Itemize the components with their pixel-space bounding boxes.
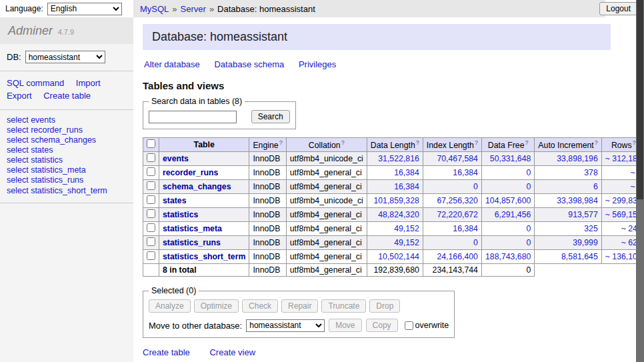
move-label: Move to other database: [149,321,242,331]
sidebar-table-link[interactable]: select statistics_runs [7,175,127,185]
data-length-link[interactable]: 48,824,320 [378,210,419,219]
optimize-button[interactable]: Optimize [194,299,239,313]
privileges-link[interactable]: Privileges [299,59,336,69]
auto-increment-link[interactable]: 378 [584,168,598,177]
drop-button[interactable]: Drop [369,299,400,313]
data-length-link[interactable]: 16,384 [394,168,419,177]
data-free-link[interactable]: 50,331,648 [490,154,531,163]
data-length-link[interactable]: 16,384 [394,182,419,191]
data-free-link[interactable]: 104,857,600 [485,196,531,205]
table-name-link[interactable]: schema_changes [163,182,231,191]
check-button[interactable]: Check [242,299,278,313]
search-input[interactable] [149,111,237,123]
db-select[interactable]: homeassistant [25,51,105,63]
sidebar-table-link[interactable]: select statistics_meta [7,165,127,175]
copy-button[interactable]: Copy [366,319,398,332]
table-name-cell: statistics_meta [159,222,249,236]
sidebar-table-link[interactable]: select schema_changes [7,135,127,145]
data-length-link[interactable]: 101,859,328 [373,196,419,205]
row-select-checkbox[interactable] [147,153,155,162]
export-link[interactable]: Export [7,91,32,101]
index-length-link[interactable]: 16,384 [453,168,478,177]
col-header-index-length[interactable]: Index Length? [423,138,481,152]
sidebar-table-link[interactable]: select statistics [7,155,127,165]
index-length-link[interactable]: 70,467,584 [437,154,478,163]
table-name-link[interactable]: statistics_short_term [163,252,245,261]
table-name-link[interactable]: recorder_runs [163,168,218,177]
move-db-select[interactable]: homeassistant [246,319,325,332]
sidebar-table-link[interactable]: select recorder_runs [7,125,127,135]
data-length-link[interactable]: 31,522,816 [378,154,419,163]
data-length-link[interactable]: 49,152 [394,224,419,233]
auto-increment-link[interactable]: 33,398,984 [557,196,598,205]
auto-increment-link[interactable]: 325 [584,224,598,233]
table-name-link[interactable]: states [163,196,187,205]
search-button[interactable]: Search [251,110,290,123]
data-length-link[interactable]: 10,502,144 [378,252,419,261]
auto-increment-link[interactable]: 8,581,645 [561,252,598,261]
select-all-checkbox[interactable] [147,139,155,148]
table-name-link[interactable]: statistics_meta [163,224,222,233]
row-select-checkbox[interactable] [147,195,155,204]
data-length-link[interactable]: 49,152 [394,238,419,247]
col-header-auto-increment[interactable]: Auto Increment? [535,138,601,152]
truncate-button[interactable]: Truncate [321,299,366,313]
table-name-cell: states [159,194,249,208]
alter-database-link[interactable]: Alter database [144,59,200,69]
repair-button[interactable]: Repair [281,299,318,313]
row-select-checkbox[interactable] [147,181,155,190]
index-length-link[interactable]: 16,384 [453,224,478,233]
create-table-link[interactable]: Create table [43,91,91,101]
data-free-link[interactable]: 6,291,456 [495,210,531,219]
database-schema-link[interactable]: Database schema [214,59,284,69]
auto-increment-link[interactable]: 39,999 [573,238,598,247]
create-table-link-main[interactable]: Create table [143,347,190,357]
row-select-checkbox[interactable] [147,237,155,246]
table-name-link[interactable]: statistics_runs [163,238,221,247]
index-length-link[interactable]: 67,256,320 [437,196,478,205]
sidebar-table-link[interactable]: select statistics_short_term [7,186,127,196]
col-header-collation[interactable]: Collation? [286,138,367,152]
data-free-link[interactable]: 0 [527,224,531,233]
table-name-link[interactable]: statistics [163,210,198,219]
breadcrumb-current: Database: homeassistant [217,4,315,14]
data-free-link[interactable]: 0 [527,238,531,247]
index-length-link[interactable]: 72,220,672 [437,210,478,219]
sql-command-link[interactable]: SQL command [7,78,64,88]
data-free-link[interactable]: 0 [527,168,531,177]
total-engine: InnoDB [249,264,286,277]
data-free-link[interactable]: 0 [527,182,531,191]
row-select-cell [143,180,159,194]
import-link[interactable]: Import [76,78,101,88]
engine-cell: InnoDB [249,236,286,250]
sidebar-table-link[interactable]: select states [7,145,127,155]
data-free-link[interactable]: 188,743,680 [485,252,531,261]
table-name-link[interactable]: events [163,154,189,163]
language-select[interactable]: English [47,3,122,15]
col-header-data-length[interactable]: Data Length? [367,138,423,152]
logout-button[interactable]: Logout [599,2,637,15]
row-select-checkbox[interactable] [147,251,155,260]
auto-increment-link[interactable]: 913,577 [568,210,597,219]
breadcrumb-mysql-link[interactable]: MySQL [140,4,169,14]
row-select-checkbox[interactable] [147,209,155,218]
index-length-link[interactable]: 0 [473,238,478,247]
data-free-cell: 50,331,648 [481,152,534,166]
table-total-row: 8 in total InnoDB utf8mb4_general_ci 192… [143,264,644,277]
scrollbar-thumb[interactable] [637,0,643,199]
sidebar-table-link[interactable]: select events [7,115,127,125]
breadcrumb-server-link[interactable]: Server [181,4,206,14]
auto-increment-link[interactable]: 33,898,196 [557,154,598,163]
analyze-button[interactable]: Analyze [149,299,191,313]
overwrite-checkbox[interactable] [405,321,413,330]
row-select-checkbox[interactable] [147,167,155,176]
vertical-scrollbar[interactable] [636,0,644,362]
move-button[interactable]: Move [329,319,361,332]
row-select-checkbox[interactable] [147,223,155,232]
create-view-link[interactable]: Create view [209,347,255,357]
index-length-link[interactable]: 0 [473,182,478,191]
auto-increment-link[interactable]: 6 [593,182,598,191]
col-header-data-free[interactable]: Data Free? [481,138,534,152]
index-length-link[interactable]: 24,166,400 [437,252,478,261]
col-header-engine[interactable]: Engine? [249,138,286,152]
